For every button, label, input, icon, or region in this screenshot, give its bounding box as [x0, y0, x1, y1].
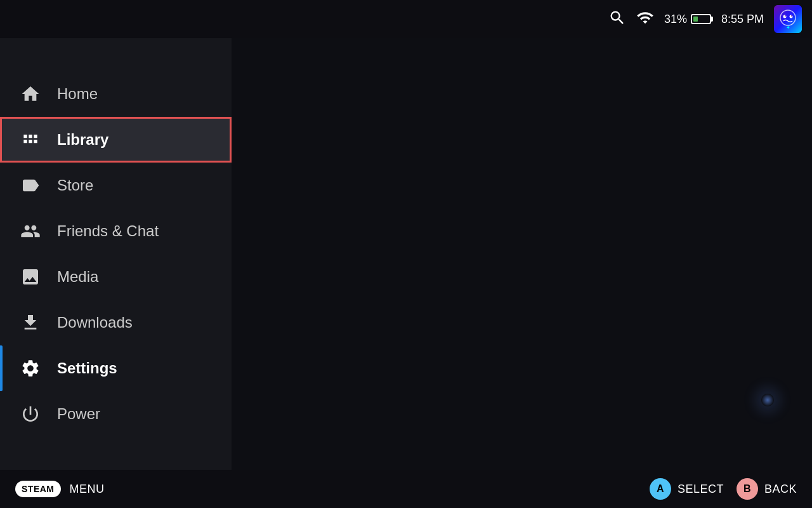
menu-label: MENU	[70, 483, 105, 496]
svg-text:✦: ✦	[786, 25, 790, 30]
bottom-right-controls: A SELECT B BACK	[650, 478, 797, 500]
steam-badge[interactable]: STEAM	[15, 481, 61, 497]
sidebar-item-label-home: Home	[57, 85, 98, 103]
bottom-bar: STEAM MENU A SELECT B BACK	[0, 470, 812, 508]
svg-point-4	[785, 15, 786, 17]
battery-percent: 31%	[664, 13, 687, 26]
sidebar-item-power[interactable]: Power	[0, 391, 232, 437]
select-control: A SELECT	[650, 478, 724, 500]
battery-icon	[691, 14, 711, 24]
sidebar-item-label-store: Store	[57, 177, 93, 194]
sidebar-item-settings[interactable]: Settings	[0, 345, 232, 391]
store-icon	[19, 174, 42, 197]
sidebar-item-label-friends: Friends & Chat	[57, 222, 159, 240]
downloads-icon	[19, 311, 42, 334]
sidebar-item-label-settings: Settings	[57, 359, 117, 377]
power-icon	[19, 403, 42, 425]
home-icon	[19, 83, 42, 105]
library-icon	[19, 128, 42, 151]
back-label: BACK	[764, 483, 797, 496]
svg-point-3	[790, 15, 793, 18]
top-bar: 31% 8:55 PM	[0, 0, 812, 38]
b-button[interactable]: B	[737, 478, 758, 500]
media-icon	[19, 265, 42, 288]
battery-area: 31%	[664, 13, 711, 26]
settings-icon	[19, 357, 42, 380]
sidebar-item-friends[interactable]: Friends & Chat	[0, 208, 232, 254]
search-icon[interactable]	[608, 9, 626, 29]
main-content	[232, 38, 812, 470]
sidebar-item-label-library: Library	[57, 131, 108, 149]
sidebar-item-library[interactable]: Library	[0, 117, 232, 163]
sidebar-item-store[interactable]: Store	[0, 163, 232, 208]
svg-point-5	[791, 15, 792, 17]
select-label: SELECT	[678, 483, 724, 496]
sidebar: Home Library Store Friends & Chat Media	[0, 38, 232, 470]
wifi-icon	[636, 9, 654, 29]
back-control: B BACK	[737, 478, 797, 500]
glow-decoration	[761, 394, 774, 406]
top-bar-icons: 31% 8:55 PM	[608, 5, 802, 33]
sidebar-item-home[interactable]: Home	[0, 71, 232, 117]
avatar[interactable]: ✦	[774, 5, 802, 33]
sidebar-item-downloads[interactable]: Downloads	[0, 300, 232, 345]
sidebar-item-label-downloads: Downloads	[57, 314, 133, 331]
friends-icon	[19, 220, 42, 243]
a-button[interactable]: A	[650, 478, 671, 500]
svg-point-2	[783, 15, 787, 18]
time-display: 8:55 PM	[721, 13, 764, 26]
steam-menu-area: STEAM MENU	[15, 481, 105, 497]
sidebar-item-label-power: Power	[57, 405, 100, 423]
sidebar-item-media[interactable]: Media	[0, 254, 232, 300]
sidebar-item-label-media: Media	[57, 268, 98, 286]
